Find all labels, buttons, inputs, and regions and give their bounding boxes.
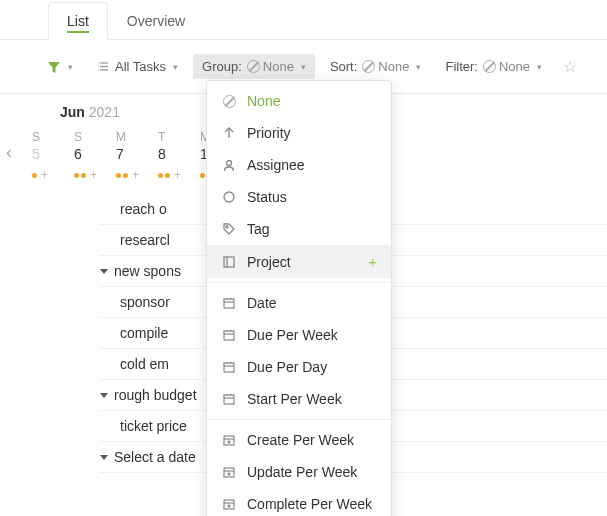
none-icon (362, 60, 375, 73)
date2-icon (221, 497, 237, 511)
group-option-date[interactable]: Date (207, 287, 391, 319)
project-icon (221, 255, 237, 269)
add-event-icon[interactable]: + (132, 168, 139, 182)
date-icon (221, 296, 237, 310)
collapse-icon[interactable] (100, 455, 108, 460)
add-icon[interactable]: + (368, 253, 377, 270)
status-icon (221, 190, 237, 204)
task-label: rough budget (114, 387, 197, 403)
group-option-complete-per-week[interactable]: Complete Per Week (207, 488, 391, 516)
option-label: Project (247, 254, 291, 270)
group-value-badge: None (247, 59, 294, 74)
option-label: Tag (247, 221, 270, 237)
dow-label: S (32, 130, 66, 144)
group-option-assignee[interactable]: Assignee (207, 149, 391, 181)
svg-rect-10 (224, 257, 234, 267)
svg-rect-16 (224, 331, 234, 340)
option-label: Due Per Week (247, 327, 338, 343)
event-dots: + (74, 168, 108, 182)
tab-overview[interactable]: Overview (108, 2, 204, 39)
svg-point-7 (227, 161, 232, 166)
group-option-start-per-week[interactable]: Start Per Week (207, 383, 391, 415)
task-label: reach o (120, 201, 167, 217)
group-option-update-per-week[interactable]: Update Per Week (207, 456, 391, 488)
caret-down-icon: ▾ (301, 62, 306, 72)
svg-rect-12 (224, 299, 234, 308)
svg-point-33 (228, 473, 230, 475)
event-dots: + (32, 168, 66, 182)
add-event-icon[interactable]: + (90, 168, 97, 182)
collapse-icon[interactable] (100, 269, 108, 274)
all-tasks-button[interactable]: All Tasks ▾ (88, 54, 187, 79)
group-option-status[interactable]: Status (207, 181, 391, 213)
filter-button[interactable]: Filter: None ▾ (436, 54, 551, 79)
sort-value-badge: None (362, 59, 409, 74)
svg-point-8 (224, 192, 234, 202)
prev-button[interactable]: ‹ (6, 142, 12, 163)
group-option-create-per-week[interactable]: Create Per Week (207, 424, 391, 456)
date2-icon (221, 465, 237, 479)
calendar-day[interactable]: S5+ (28, 126, 70, 186)
task-label: cold em (120, 356, 169, 372)
view-tabs: List Overview (0, 0, 607, 40)
event-dots: + (116, 168, 150, 182)
favorite-button[interactable]: ☆ (563, 57, 577, 76)
funnel-icon (47, 60, 61, 74)
task-label: new spons (114, 263, 181, 279)
task-label: Select a date (114, 449, 196, 465)
option-label: Due Per Day (247, 359, 327, 375)
svg-point-9 (226, 226, 228, 228)
filter-value-badge: None (483, 59, 530, 74)
sort-button[interactable]: Sort: None ▾ (321, 54, 431, 79)
group-option-due-per-day[interactable]: Due Per Day (207, 351, 391, 383)
option-label: Start Per Week (247, 391, 342, 407)
group-option-project[interactable]: Project+ (207, 245, 391, 278)
add-event-icon[interactable]: + (174, 168, 181, 182)
filter-value: None (499, 59, 530, 74)
option-label: Date (247, 295, 277, 311)
collapse-icon[interactable] (100, 393, 108, 398)
svg-point-36 (228, 505, 230, 507)
group-label: Group: (202, 59, 242, 74)
tab-list[interactable]: List (48, 2, 108, 40)
calendar-day[interactable]: T8+ (154, 126, 196, 186)
all-tasks-label: All Tasks (115, 59, 166, 74)
filter-funnel-button[interactable]: ▾ (38, 55, 82, 79)
svg-rect-24 (224, 395, 234, 404)
list-icon (97, 60, 110, 73)
task-label: ticket price (120, 418, 187, 434)
task-label: sponsor (120, 294, 170, 310)
group-option-priority[interactable]: Priority (207, 117, 391, 149)
option-label: Assignee (247, 157, 305, 173)
svg-rect-20 (224, 363, 234, 372)
sort-value: None (378, 59, 409, 74)
caret-down-icon: ▾ (416, 62, 421, 72)
year-label: 2021 (89, 104, 120, 120)
calendar-day[interactable]: S6+ (70, 126, 112, 186)
none-icon (221, 95, 237, 108)
date-label: 8 (158, 146, 192, 162)
caret-down-icon: ▾ (68, 62, 73, 72)
dow-label: T (158, 130, 192, 144)
svg-point-30 (228, 441, 230, 443)
date-label: 5 (32, 146, 66, 162)
option-label: Priority (247, 125, 291, 141)
add-event-icon[interactable]: + (41, 168, 48, 182)
calendar-day[interactable]: M7+ (112, 126, 154, 186)
group-option-due-per-week[interactable]: Due Per Week (207, 319, 391, 351)
date-icon (221, 328, 237, 342)
date-icon (221, 360, 237, 374)
group-button[interactable]: Group: None ▾ (193, 54, 315, 79)
date-label: 6 (74, 146, 108, 162)
none-icon (247, 60, 260, 73)
option-label: Complete Per Week (247, 496, 372, 512)
option-label: Status (247, 189, 287, 205)
dow-label: M (116, 130, 150, 144)
group-option-tag[interactable]: Tag (207, 213, 391, 245)
dow-label: S (74, 130, 108, 144)
none-icon (483, 60, 496, 73)
event-dots: + (158, 168, 192, 182)
caret-down-icon: ▾ (537, 62, 542, 72)
group-option-none[interactable]: None (207, 85, 391, 117)
option-label: Update Per Week (247, 464, 357, 480)
